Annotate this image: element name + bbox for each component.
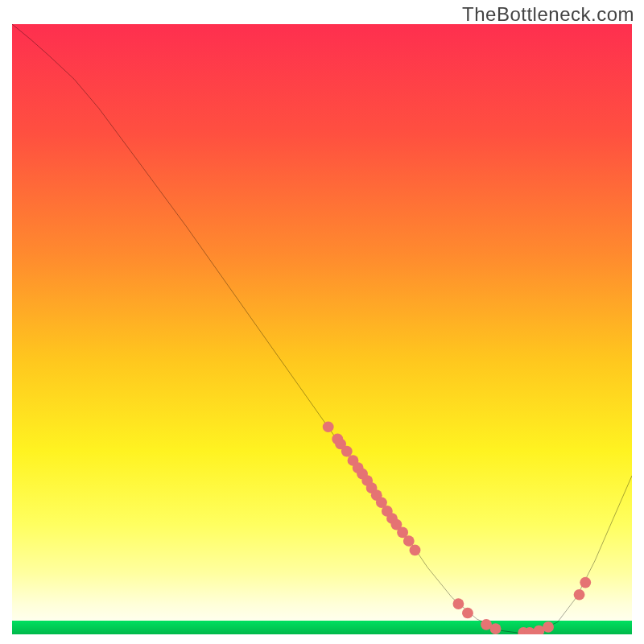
chart-container: TheBottleneck.com — [0, 0, 644, 644]
plot-overlay-svg — [12, 24, 632, 634]
data-marker — [341, 446, 353, 457]
data-markers-group — [323, 421, 591, 634]
data-marker — [574, 589, 585, 601]
watermark-text: TheBottleneck.com — [462, 3, 634, 26]
plot-area — [12, 24, 632, 634]
data-marker — [490, 623, 502, 634]
data-marker — [462, 608, 473, 619]
data-marker — [452, 598, 464, 609]
data-marker — [543, 621, 554, 633]
data-marker — [410, 545, 421, 556]
bottleneck-curve-line — [12, 24, 632, 633]
data-marker — [323, 421, 334, 432]
data-marker — [580, 577, 591, 588]
data-marker — [403, 535, 415, 547]
